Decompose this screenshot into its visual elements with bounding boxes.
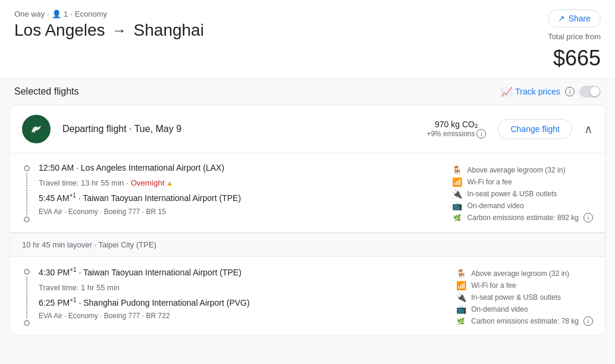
collapse-icon[interactable]: ∧ — [584, 122, 593, 136]
amenity-wifi-2: 📶 Wi-Fi for a fee — [456, 281, 593, 290]
carbon-info-icon-1[interactable]: i — [583, 213, 593, 222]
eva-air-logo-svg — [27, 120, 46, 139]
timeline-line-2 — [26, 277, 27, 318]
co2-info-icon[interactable]: i — [476, 129, 486, 139]
airline-logo — [22, 115, 51, 143]
segment-details-1: 12:50 AM · Los Angeles International Air… — [39, 163, 440, 222]
legroom-icon-2: 🪑 — [456, 269, 466, 278]
carbon-info-icon-2[interactable]: i — [583, 316, 593, 326]
timeline-line-1 — [26, 173, 27, 215]
segment-details-2: 4:30 PM+1 · Taiwan Taoyuan International… — [39, 266, 444, 326]
header-left: One way · 👤 1 · Economy Los Angeles → Sh… — [14, 10, 204, 40]
dot-separator2: · — [70, 10, 73, 18]
wifi-icon-2: 📶 — [456, 281, 466, 290]
video-icon: 📺 — [452, 201, 463, 211]
video-icon-2: 📺 — [456, 305, 466, 314]
carbon-icon-1: 🌿 — [452, 214, 463, 222]
travel-time-1: Travel time: 13 hr 55 min · Overnight ▲ — [39, 174, 440, 192]
flight-card: Departing flight · Tue, May 9 970 kg CO₂… — [10, 105, 605, 336]
header-right: ↗ Share Total price from $665 — [548, 10, 601, 71]
share-icon: ↗ — [558, 14, 565, 23]
travel-time-2: Travel time: 1 hr 55 min — [39, 278, 444, 297]
amenity-power-1: 🔌 In-seat power & USB outlets — [452, 189, 593, 199]
departing-label: Departing flight · Tue, May 9 — [62, 124, 181, 134]
amenity-wifi-1: 📶 Wi-Fi for a fee — [452, 177, 593, 187]
amenities-2: 🪑 Above average legroom (32 in) 📶 Wi-Fi … — [444, 266, 593, 326]
timeline-1 — [22, 163, 32, 222]
overnight-badge: Overnight ▲ — [131, 178, 173, 187]
selected-flights-title: Selected flights — [14, 86, 79, 97]
cabin-class: Economy — [75, 10, 107, 18]
amenity-legroom-1: 🪑 Above average legroom (32 in) — [452, 165, 593, 175]
amenity-carbon-1: 🌿 Carbon emissions estimate: 892 kg i — [452, 213, 593, 222]
segment-content-2: 4:30 PM+1 · Taiwan Taoyuan International… — [22, 266, 593, 326]
amenity-carbon-2: 🌿 Carbon emissions estimate: 78 kg i — [456, 316, 593, 326]
flight-segment-1: 12:50 AM · Los Angeles International Air… — [10, 153, 605, 233]
timeline-2 — [22, 266, 32, 326]
share-button[interactable]: ↗ Share — [548, 10, 601, 27]
track-prices-link[interactable]: 📈 Track prices — [501, 86, 560, 98]
wifi-icon: 📶 — [452, 177, 463, 187]
selected-flights-bar: Selected flights 📈 Track prices i — [0, 79, 615, 105]
segment-left-2: 4:30 PM+1 · Taiwan Taoyuan International… — [22, 266, 444, 326]
total-price-label: Total price from — [548, 32, 601, 41]
warning-icon: ▲ — [166, 179, 173, 187]
segment-left-1: 12:50 AM · Los Angeles International Air… — [22, 163, 440, 222]
dot-separator: · — [47, 10, 49, 18]
power-icon: 🔌 — [452, 189, 463, 199]
passenger-count: 1 — [64, 10, 68, 18]
person-icon: 👤 — [52, 10, 61, 18]
amenity-video-1: 📺 On-demand video — [452, 201, 593, 211]
amenity-power-2: 🔌 In-seat power & USB outlets — [456, 293, 593, 302]
depart-time-2: 4:30 PM+1 · Taiwan Taoyuan International… — [39, 266, 444, 277]
total-price: $665 — [553, 46, 601, 71]
airline-info-1: EVA Air · Economy · Boeing 777 · BR 15 — [39, 208, 440, 216]
route-arrow: → — [112, 22, 127, 39]
trend-icon: 📈 — [501, 86, 513, 98]
share-label: Share — [569, 14, 591, 23]
arrive-time-2: 6:25 PM+1 · Shanghai Pudong Internationa… — [39, 297, 444, 307]
track-prices-toggle[interactable] — [579, 86, 601, 98]
flight-header-info: Departing flight · Tue, May 9 — [62, 124, 415, 134]
trip-type: One way — [14, 10, 45, 18]
page-header: One way · 👤 1 · Economy Los Angeles → Sh… — [0, 0, 615, 79]
amenity-legroom-2: 🪑 Above average legroom (32 in) — [456, 269, 593, 278]
carbon-icon-2: 🌿 — [456, 318, 466, 325]
route-title: Los Angeles → Shanghai — [14, 21, 204, 40]
timeline-dot-bottom-1 — [24, 216, 30, 222]
arrive-time-1: 5:45 AM+1 · Taiwan Taoyuan International… — [39, 192, 440, 203]
depart-time-1: 12:50 AM · Los Angeles International Air… — [39, 163, 440, 172]
amenities-1: 🪑 Above average legroom (32 in) 📶 Wi-Fi … — [440, 163, 593, 222]
power-icon-2: 🔌 — [456, 293, 466, 302]
amenity-video-2: 📺 On-demand video — [456, 305, 593, 314]
change-flight-button[interactable]: Change flight — [498, 119, 572, 139]
destination-city: Shanghai — [134, 21, 204, 40]
flight-card-header: Departing flight · Tue, May 9 970 kg CO₂… — [10, 105, 605, 153]
layover-bar: 10 hr 45 min layover · Taipei City (TPE) — [10, 233, 605, 257]
timeline-dot-top-1 — [24, 165, 30, 171]
track-prices-container: 📈 Track prices i — [501, 86, 601, 98]
co2-info: 970 kg CO₂ +9% emissions i — [426, 120, 486, 139]
flight-segment-2: 4:30 PM+1 · Taiwan Taoyuan International… — [10, 257, 605, 335]
origin-city: Los Angeles — [14, 21, 105, 40]
co2-emissions: +9% emissions i — [426, 129, 486, 139]
track-prices-label: Track prices — [515, 87, 560, 96]
legroom-icon: 🪑 — [452, 165, 463, 175]
co2-amount: 970 kg CO₂ — [426, 120, 486, 129]
airline-info-2: EVA Air · Economy · Boeing 777 · BR 722 — [39, 312, 444, 320]
track-prices-info-icon[interactable]: i — [565, 87, 575, 96]
timeline-dot-bottom-2 — [24, 320, 30, 326]
timeline-dot-top-2 — [24, 269, 30, 275]
trip-meta: One way · 👤 1 · Economy — [14, 10, 204, 18]
segment-content-1: 12:50 AM · Los Angeles International Air… — [22, 163, 593, 222]
